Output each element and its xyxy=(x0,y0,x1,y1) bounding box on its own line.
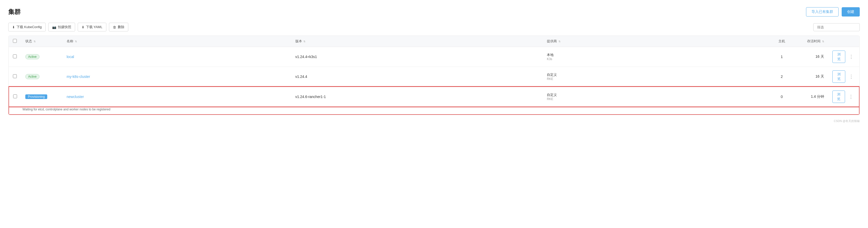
row2-actions: 浏览 ⋮ xyxy=(832,70,855,83)
download-yaml-icon: ⬇ xyxy=(82,25,85,29)
row1-provider-cell: 本地 K3s xyxy=(543,47,771,67)
row2-more-button[interactable]: ⋮ xyxy=(847,73,855,80)
row3-checkbox[interactable] xyxy=(13,94,17,98)
row2-host-cell: 2 xyxy=(771,67,792,87)
table-row: Active local v1.24.4+k3s1 本地 K3s 1 xyxy=(9,47,859,67)
row1-version: v1.24.4+k3s1 xyxy=(296,55,317,59)
row3-checkbox-cell xyxy=(9,87,21,107)
snapshot-button[interactable]: 📷 拍摄快照 xyxy=(48,23,75,31)
row2-version-cell: v1.24.4 xyxy=(291,67,543,87)
sort-uptime-icon: ⇅ xyxy=(822,40,824,43)
row2-status-cell: Active xyxy=(21,67,62,87)
header-uptime: 存活时间 ⇅ xyxy=(792,36,828,47)
row2-provider-sub: RKE xyxy=(547,77,767,81)
download-kubeconfig-button[interactable]: ⬇ 下载 KubeConfig xyxy=(8,23,46,31)
row1-browse-button[interactable]: 浏览 xyxy=(832,51,845,63)
sort-name-icon: ⇅ xyxy=(75,40,77,43)
row3-status-cell: Provisioning xyxy=(21,87,62,107)
page-title: 集群 xyxy=(8,8,21,16)
import-cluster-button[interactable]: 导入已有集群 xyxy=(806,7,839,17)
row1-name-cell: local xyxy=(62,47,291,67)
download-yaml-button[interactable]: ⬇ 下载 YAML xyxy=(78,23,106,31)
row3-version-cell: v1.24.6-rancher1-1 xyxy=(291,87,543,107)
camera-icon: 📷 xyxy=(52,25,56,29)
row1-actions: 浏览 ⋮ xyxy=(832,51,855,63)
row2-host: 2 xyxy=(781,74,783,79)
row3-name-cell: newcluster xyxy=(62,87,291,107)
row1-actions-cell: 浏览 ⋮ xyxy=(828,47,859,67)
row3-provider-cell: 自定义 RKE xyxy=(543,87,771,107)
row3-browse-button[interactable]: 浏览 xyxy=(832,91,845,103)
row3-more-button[interactable]: ⋮ xyxy=(847,93,855,101)
toolbar-left: ⬇ 下载 KubeConfig 📷 拍摄快照 ⬇ 下载 YAML 🗑 删除 xyxy=(8,23,128,31)
header-host: 主机 xyxy=(771,36,792,47)
row3-cluster-link[interactable]: newcluster xyxy=(67,95,84,99)
row2-uptime: 16 天 xyxy=(815,74,824,78)
row3-host: 0 xyxy=(781,95,783,99)
filter-area xyxy=(813,23,860,31)
row3-status-badge: Provisioning xyxy=(25,94,47,99)
row1-provider-main: 本地 xyxy=(547,53,767,57)
page-header: 集群 导入已有集群 创建 xyxy=(8,7,860,17)
row2-provider-main: 自定义 xyxy=(547,72,767,77)
row1-uptime-cell: 16 天 xyxy=(792,47,828,67)
create-cluster-button[interactable]: 创建 xyxy=(842,7,860,17)
row2-uptime-cell: 16 天 xyxy=(792,67,828,87)
header-version: 版本 ⇅ xyxy=(291,36,543,47)
sort-status-icon: ⇅ xyxy=(34,40,36,43)
row3-uptime: 1.4 分钟 xyxy=(811,94,824,99)
header-status: 状态 ⇅ xyxy=(21,36,62,47)
sort-version-icon: ⇅ xyxy=(303,40,305,43)
row1-host-cell: 1 xyxy=(771,47,792,67)
row1-cluster-link[interactable]: local xyxy=(67,55,74,59)
row1-provider-sub: K3s xyxy=(547,57,767,61)
row2-checkbox-cell xyxy=(9,67,21,87)
row2-browse-button[interactable]: 浏览 xyxy=(832,70,845,83)
row3-uptime-cell: 1.4 分钟 xyxy=(792,87,828,107)
page-footer: CSDN @冬天的辣椒 xyxy=(8,119,860,123)
row1-more-button[interactable]: ⋮ xyxy=(847,53,855,61)
header-provider: 提供商 ⇅ xyxy=(543,36,771,47)
filter-input[interactable] xyxy=(813,23,860,31)
waiting-message: Waiting for etcd, controlplane and worke… xyxy=(23,107,110,111)
row1-host: 1 xyxy=(781,55,783,59)
toolbar: ⬇ 下载 KubeConfig 📷 拍摄快照 ⬇ 下载 YAML 🗑 删除 xyxy=(8,23,860,31)
row2-status-badge: Active xyxy=(25,74,39,79)
header-actions: 导入已有集群 创建 xyxy=(806,7,860,17)
row3-actions: 浏览 ⋮ xyxy=(832,91,855,103)
row1-checkbox-cell xyxy=(9,47,21,67)
row3-host-cell: 0 xyxy=(771,87,792,107)
row3-actions-cell: 浏览 ⋮ xyxy=(828,87,859,107)
sort-provider-icon: ⇅ xyxy=(558,40,560,43)
row2-cluster-link[interactable]: my-k8s-cluster xyxy=(67,74,90,79)
table-row: Provisioning newcluster v1.24.6-rancher1… xyxy=(9,87,859,107)
clusters-table: 状态 ⇅ 名称 ⇅ 版本 ⇅ 提供商 ⇅ 主机 存活时间 ⇅ xyxy=(8,36,860,115)
row1-version-cell: v1.24.4+k3s1 xyxy=(291,47,543,67)
row3-provider-main: 自定义 xyxy=(547,93,767,97)
select-all-checkbox[interactable] xyxy=(13,39,17,43)
table-row: Active my-k8s-cluster v1.24.4 自定义 RKE 2 xyxy=(9,67,859,87)
download-icon: ⬇ xyxy=(12,25,15,29)
row2-actions-cell: 浏览 ⋮ xyxy=(828,67,859,87)
row3-provider-sub: RKE xyxy=(547,97,767,101)
row1-uptime: 16 天 xyxy=(815,55,824,59)
row1-status-badge: Active xyxy=(25,54,39,59)
header-name: 名称 ⇅ xyxy=(62,36,291,47)
row1-status-cell: Active xyxy=(21,47,62,67)
header-actions-col xyxy=(828,36,859,47)
provisioning-message-row: Waiting for etcd, controlplane and worke… xyxy=(9,107,859,115)
trash-icon: 🗑 xyxy=(113,25,116,29)
table-header-row: 状态 ⇅ 名称 ⇅ 版本 ⇅ 提供商 ⇅ 主机 存活时间 ⇅ xyxy=(9,36,859,47)
row2-checkbox[interactable] xyxy=(13,74,17,78)
footer-text: CSDN @冬天的辣椒 xyxy=(834,120,860,123)
row2-name-cell: my-k8s-cluster xyxy=(62,67,291,87)
row1-checkbox[interactable] xyxy=(13,55,17,58)
row3-version: v1.24.6-rancher1-1 xyxy=(296,95,326,99)
header-checkbox-col xyxy=(9,36,21,47)
row2-provider-cell: 自定义 RKE xyxy=(543,67,771,87)
row2-version: v1.24.4 xyxy=(296,74,307,79)
delete-button[interactable]: 🗑 删除 xyxy=(109,23,128,31)
